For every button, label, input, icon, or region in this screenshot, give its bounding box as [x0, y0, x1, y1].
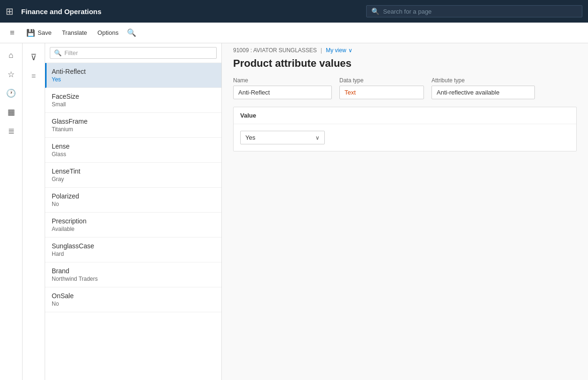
- data-type-label: Data type: [339, 77, 424, 84]
- value-section: Value Yes ∨: [233, 107, 577, 151]
- list-item[interactable]: Anti-ReflectYes: [45, 63, 221, 88]
- name-input[interactable]: Anti-Reflect: [233, 86, 332, 99]
- filter-search-icon: 🔍: [54, 49, 62, 56]
- nav-workspaces-icon[interactable]: ▦: [3, 103, 20, 120]
- list-item-value: Hard: [52, 251, 215, 257]
- list-item[interactable]: FaceSizeSmall: [45, 88, 221, 113]
- my-view-button[interactable]: My view ∨: [326, 47, 352, 54]
- toolbar: ≡ 💾 Save Translate Options 🔍: [0, 23, 588, 43]
- options-button[interactable]: Options: [93, 26, 123, 39]
- attr-type-field-group: Attribute type Anti-reflective available: [431, 77, 535, 99]
- sidebar-icons: ⌂ ☆ 🕐 ▦ ≣: [0, 43, 23, 380]
- nav-favorites-icon[interactable]: ☆: [3, 66, 20, 83]
- value-dropdown[interactable]: Yes ∨: [240, 131, 325, 144]
- my-view-label: My view: [326, 47, 346, 54]
- breadcrumb-bar: 91009 : AVIATOR SUNGLASSES | My view ∨: [222, 43, 588, 57]
- list-item-name: SunglassCase: [52, 242, 215, 250]
- fields-row: Name Anti-Reflect Data type Text Attribu…: [222, 77, 588, 107]
- nav-modules-icon[interactable]: ≣: [3, 122, 20, 139]
- list-item[interactable]: LenseTintGray: [45, 163, 221, 188]
- nav-home-icon[interactable]: ⌂: [3, 47, 20, 64]
- list-item-name: Anti-Reflect: [52, 68, 215, 75]
- list-item-name: Polarized: [52, 192, 215, 200]
- sort-icon[interactable]: ≡: [25, 68, 42, 85]
- list-item[interactable]: BrandNorthwind Traders: [45, 262, 221, 287]
- global-search-box[interactable]: 🔍: [366, 5, 582, 17]
- attr-type-label: Attribute type: [431, 77, 535, 84]
- list-item-name: LenseTint: [52, 167, 215, 175]
- hamburger-icon[interactable]: ≡: [4, 24, 21, 41]
- page-title: Product attribute values: [222, 57, 588, 77]
- search-icon: 🔍: [371, 8, 379, 15]
- filter-panel: ⊽ ≡: [23, 43, 45, 380]
- value-dropdown-arrow-icon: ∨: [315, 135, 320, 141]
- list-item-name: OnSale: [52, 292, 215, 300]
- filter-icon[interactable]: ⊽: [25, 49, 42, 66]
- list-item[interactable]: SunglassCaseHard: [45, 238, 221, 262]
- list-item-value: No: [52, 301, 215, 307]
- my-view-chevron-icon: ∨: [348, 47, 353, 54]
- list-item[interactable]: PolarizedNo: [45, 188, 221, 213]
- value-dropdown-text: Yes: [245, 134, 255, 141]
- breadcrumb-separator: |: [321, 47, 322, 54]
- list-item-value: Northwind Traders: [52, 276, 215, 282]
- breadcrumb: 91009 : AVIATOR SUNGLASSES: [233, 47, 317, 54]
- list-items: Anti-ReflectYesFaceSizeSmallGlassFrameTi…: [45, 63, 221, 380]
- data-type-field-group: Data type Text: [339, 77, 424, 99]
- options-label: Options: [97, 29, 118, 36]
- list-item-value: Available: [52, 226, 215, 232]
- list-panel: 🔍 Anti-ReflectYesFaceSizeSmallGlassFrame…: [45, 43, 222, 380]
- global-search-input[interactable]: [383, 8, 577, 15]
- data-type-input[interactable]: Text: [339, 86, 424, 99]
- list-item[interactable]: OnSaleNo: [45, 287, 221, 312]
- list-item[interactable]: PrescriptionAvailable: [45, 213, 221, 238]
- list-item[interactable]: GlassFrameTitanium: [45, 113, 221, 138]
- top-nav: ⊞ Finance and Operations 🔍: [0, 0, 588, 23]
- list-item-name: Prescription: [52, 217, 215, 225]
- list-item-value: Small: [52, 101, 215, 108]
- list-item-name: FaceSize: [52, 93, 215, 100]
- list-item-value: Glass: [52, 151, 215, 158]
- value-section-body: Yes ∨: [234, 124, 576, 151]
- save-label: Save: [38, 29, 52, 36]
- main-layout: ⌂ ☆ 🕐 ▦ ≣ ⊽ ≡ 🔍 Anti-ReflectYesFaceSizeS…: [0, 43, 588, 380]
- list-item-name: Brand: [52, 267, 215, 275]
- translate-label: Translate: [62, 29, 87, 36]
- save-button[interactable]: 💾 Save: [22, 26, 56, 40]
- list-item-value: No: [52, 201, 215, 207]
- value-section-header: Value: [234, 107, 576, 124]
- toolbar-search-icon[interactable]: 🔍: [124, 25, 139, 40]
- translate-button[interactable]: Translate: [57, 26, 92, 39]
- list-item-value: Yes: [52, 76, 215, 83]
- name-field-group: Name Anti-Reflect: [233, 77, 332, 99]
- list-filter-area: 🔍: [45, 43, 221, 63]
- nav-recent-icon[interactable]: 🕐: [3, 85, 20, 102]
- grid-icon[interactable]: ⊞: [6, 6, 14, 17]
- app-title: Finance and Operations: [21, 8, 361, 16]
- filter-input[interactable]: [64, 49, 212, 56]
- filter-input-wrap[interactable]: 🔍: [50, 47, 217, 59]
- list-item-name: Lense: [52, 142, 215, 150]
- list-item-name: GlassFrame: [52, 118, 215, 125]
- content-panel: 91009 : AVIATOR SUNGLASSES | My view ∨ P…: [222, 43, 588, 380]
- list-item-value: Titanium: [52, 126, 215, 133]
- attr-type-input[interactable]: Anti-reflective available: [431, 86, 535, 99]
- list-item-value: Gray: [52, 176, 215, 182]
- name-label: Name: [233, 77, 332, 84]
- list-item[interactable]: LenseGlass: [45, 138, 221, 163]
- save-icon: 💾: [26, 29, 35, 37]
